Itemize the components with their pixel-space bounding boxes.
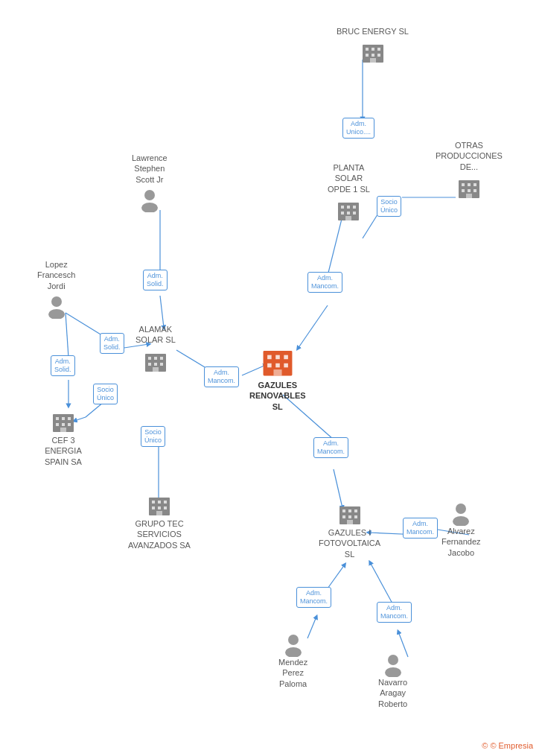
svg-rect-53 [148, 357, 151, 360]
badge-adm-mancom-alvarez: Adm.Mancom. [403, 518, 438, 539]
building-icon-gazules-i [337, 501, 363, 527]
badge-adm-mancom-navarro: Adm.Mancom. [377, 602, 412, 623]
svg-rect-74 [68, 423, 71, 426]
svg-line-23 [370, 562, 392, 603]
svg-rect-54 [154, 357, 157, 360]
svg-rect-33 [462, 183, 465, 186]
svg-rect-57 [154, 363, 157, 366]
node-lawrence: LawrenceStephenScott Jr [132, 153, 168, 212]
person-icon-mendez [281, 632, 306, 657]
svg-rect-85 [342, 509, 345, 512]
building-icon-bruc [360, 39, 386, 66]
badge-adm-solid-lawrence: Adm.Solid. [143, 270, 168, 290]
badge-adm-mancom-mendez: Adm.Mancom. [296, 587, 331, 608]
svg-point-95 [285, 647, 302, 657]
building-icon-gazules [259, 343, 296, 380]
node-cef3: CEF 3ENERGIASPAIN SA [45, 408, 82, 469]
person-icon-lopez [44, 293, 69, 319]
svg-rect-88 [342, 515, 345, 518]
svg-point-96 [388, 655, 398, 665]
svg-point-48 [144, 190, 155, 200]
building-icon-otras [456, 174, 482, 201]
node-mendez: MendezPerezPaloma [278, 632, 307, 691]
svg-rect-73 [62, 423, 65, 426]
svg-rect-91 [347, 520, 353, 524]
svg-rect-72 [56, 423, 59, 426]
svg-point-92 [456, 504, 466, 514]
node-otras-producciones: OTRASPRODUCCIONESDE... [436, 140, 503, 201]
building-icon-grupo-tec [146, 492, 173, 518]
svg-rect-35 [474, 183, 476, 186]
svg-line-8 [66, 313, 68, 358]
svg-rect-45 [347, 212, 350, 215]
svg-rect-28 [366, 54, 369, 57]
svg-point-51 [48, 309, 65, 319]
node-alamak: ALAMAKSOLAR SL [136, 324, 176, 375]
svg-line-6 [160, 296, 164, 328]
svg-rect-55 [160, 357, 163, 360]
svg-point-50 [51, 296, 62, 307]
node-lopez: LopezFranceschJordi [37, 259, 75, 319]
svg-rect-86 [348, 509, 351, 512]
node-alvarez: AlvarezFernandezJacobo [441, 501, 481, 560]
badge-adm-mancom-alamak: Adm.Mancom. [204, 366, 239, 387]
svg-rect-75 [60, 428, 66, 432]
svg-line-1 [328, 216, 342, 276]
svg-rect-61 [267, 355, 272, 360]
building-icon-alamak [142, 348, 169, 375]
svg-rect-83 [156, 511, 162, 515]
node-grupo-tec: GRUPO TECSERVICIOSAVANZADOS SA [128, 492, 191, 553]
building-icon-cef3 [50, 408, 77, 435]
svg-rect-36 [462, 189, 465, 192]
svg-line-20 [307, 617, 316, 638]
svg-point-97 [385, 667, 401, 677]
svg-rect-77 [152, 501, 155, 504]
person-icon-lawrence [137, 187, 162, 212]
badge-socio-unico-grupo: SocioÚnico [141, 426, 165, 447]
svg-rect-63 [284, 355, 288, 360]
svg-rect-47 [345, 216, 351, 220]
svg-rect-46 [353, 212, 356, 215]
svg-rect-56 [148, 363, 151, 366]
svg-rect-58 [160, 363, 163, 366]
svg-rect-66 [284, 363, 288, 368]
svg-rect-59 [153, 367, 159, 372]
svg-rect-26 [372, 48, 374, 51]
svg-point-93 [453, 516, 469, 526]
svg-rect-25 [366, 48, 369, 51]
badge-socio-unico-cef3: SocioÚnico [93, 384, 118, 404]
svg-rect-71 [68, 417, 71, 420]
node-gazules: GAZULESRENOVABLESSL [249, 343, 306, 414]
person-icon-navarro [380, 652, 406, 677]
svg-rect-82 [164, 506, 167, 509]
svg-rect-38 [474, 189, 476, 192]
svg-rect-78 [158, 501, 161, 504]
svg-rect-43 [353, 206, 356, 209]
svg-rect-44 [341, 212, 344, 215]
svg-rect-29 [372, 54, 374, 57]
person-icon-alvarez [448, 501, 474, 526]
diagram: BRUC ENERGY SL OTRASPRODUCCIONESDE... P [0, 0, 542, 756]
svg-rect-79 [164, 501, 167, 504]
svg-rect-87 [354, 509, 357, 512]
svg-rect-70 [62, 417, 65, 420]
badge-adm-mancom-gazules: Adm.Mancom. [313, 437, 348, 458]
svg-rect-81 [158, 506, 161, 509]
badge-socio-unico-planta: SocioÚnico [377, 196, 401, 217]
building-icon-planta [335, 197, 362, 223]
svg-point-49 [141, 203, 158, 212]
svg-rect-67 [273, 369, 281, 375]
node-planta-solar: PLANTASOLAROPDE 1 SL [328, 162, 370, 223]
svg-rect-37 [468, 189, 471, 192]
svg-rect-64 [267, 363, 272, 368]
svg-point-94 [288, 635, 299, 645]
svg-rect-62 [275, 355, 280, 360]
badge-adm-solid-lopez: Adm.Solid. [51, 355, 75, 376]
svg-rect-89 [348, 515, 351, 518]
svg-rect-30 [377, 54, 380, 57]
svg-rect-65 [275, 363, 280, 368]
svg-line-11 [176, 350, 208, 369]
badge-adm-unico: Adm.Unico.... [342, 118, 374, 139]
watermark: © © Empresia [482, 741, 533, 750]
svg-rect-39 [466, 194, 472, 198]
